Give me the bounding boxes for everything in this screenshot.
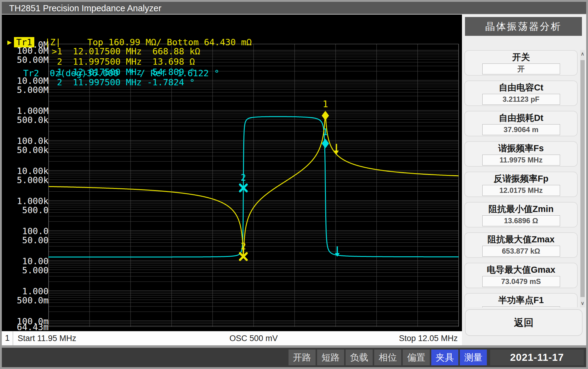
- panel-item-5[interactable]: 阻抗最小值Zmin13.6896 Ω: [464, 202, 578, 227]
- y-axis-tick-label: 10.00: [22, 256, 49, 265]
- y-axis-tick-label: 1.000: [22, 286, 49, 295]
- y-axis-tick-label: 500.0: [22, 205, 49, 214]
- y-axis-tick-label: 1.000k: [17, 196, 49, 205]
- app-window: TH2851 Precision Impedance Analyzer 1212…: [0, 0, 588, 369]
- trace1-header-row: ▶Tr1 |Z| Top 160.99 MΩ/ Bottom 64.430 mΩ: [7, 37, 252, 47]
- bottom-toolbar: 开路短路负载相位偏置夹具测量 2021-11-17 15:53:20: [2, 348, 586, 367]
- panel-item-value: 653.877 kΩ: [482, 246, 560, 257]
- chart-area: 1212 ▶Tr1 |Z| Top 160.99 MΩ/ Bottom 64.4…: [2, 15, 462, 331]
- marker-tr1-1[interactable]: 1: [322, 99, 329, 121]
- osc-level-label[interactable]: OSC 500 mV: [49, 331, 459, 345]
- panel-item-label: 谐振频率Fs: [465, 143, 577, 154]
- toolbar-button-开路[interactable]: 开路: [289, 350, 316, 365]
- panel-item-value: 73.0479 mS: [482, 276, 560, 287]
- panel-item-1[interactable]: 自由电容Ct3.21123 pF: [464, 80, 578, 106]
- svg-text:2: 2: [241, 172, 246, 183]
- toolbar-button-夹具[interactable]: 夹具: [431, 350, 458, 365]
- stop-frequency-label[interactable]: Stop 12.05 MHz: [399, 331, 458, 345]
- marker-tr2-2[interactable]: 2: [240, 172, 247, 191]
- marker-tr1-2[interactable]: 2: [240, 241, 247, 260]
- scroll-down-icon[interactable]: ∨: [580, 300, 585, 307]
- y-axis-tick-label: 500.0k: [17, 115, 49, 124]
- panel-item-8[interactable]: 半功率点F111.9974 MHz: [464, 293, 578, 307]
- panel-item-0[interactable]: 开关开: [464, 50, 578, 76]
- marker-readout-row: 2 11.997500 MHz -1.7824 °: [52, 77, 200, 87]
- svg-text:2: 2: [241, 241, 246, 251]
- marker-readout-row: 1 12.017500 MHz 54.809 °: [52, 67, 200, 77]
- side-panel-item-list: 开关开自由电容Ct3.21123 pF自由损耗Dt37.9064 m谐振频率Fs…: [464, 50, 578, 307]
- return-button[interactable]: 返回: [465, 309, 583, 336]
- toolbar-button-相位[interactable]: 相位: [374, 350, 401, 365]
- panel-item-value: 37.9064 m: [482, 124, 560, 135]
- scrollbar-thumb[interactable]: [580, 60, 585, 297]
- svg-text:1: 1: [323, 127, 328, 137]
- window-title: TH2851 Precision Impedance Analyzer: [9, 3, 161, 13]
- y-axis-tick-label: 50.00: [22, 235, 49, 244]
- clock: 2021-11-17 15:53:20: [490, 350, 584, 365]
- panel-item-value: 3.21123 pF: [482, 94, 560, 105]
- marker-readout-table: >1 12.017500 MHz 668.88 kΩ 2 11.997500 M…: [52, 46, 200, 87]
- panel-item-6[interactable]: 阻抗最大值Zmax653.877 kΩ: [464, 232, 578, 258]
- toolbar-button-短路[interactable]: 短路: [317, 350, 344, 365]
- toolbar-button-group: 开路短路负载相位偏置夹具测量: [289, 350, 488, 365]
- panel-item-label: 阻抗最大值Zmax: [465, 234, 577, 245]
- title-bar: TH2851 Precision Impedance Analyzer: [2, 2, 586, 15]
- panel-item-label: 阻抗最小值Zmin: [465, 203, 577, 215]
- sweep-status-bar: 1 Start 11.95 MHz OSC 500 mV Stop 12.05 …: [2, 331, 462, 345]
- panel-item-label: 电导最大值Gmax: [465, 264, 577, 275]
- y-axis-tick-label: 1.000M: [17, 106, 49, 115]
- panel-item-3[interactable]: 谐振频率Fs11.9975 MHz: [464, 141, 578, 167]
- y-axis-tick-label: 500.0m: [17, 295, 49, 304]
- trace1-scale-text: |Z| Top 160.99 MΩ/ Bottom 64.430 mΩ: [34, 37, 252, 47]
- panel-item-label: 自由损耗Dt: [465, 112, 577, 124]
- marker-readout-row: >1 12.017500 MHz 668.88 kΩ: [52, 46, 200, 56]
- y-axis-tick-label: 64.43m: [17, 322, 49, 331]
- toolbar-button-测量[interactable]: 测量: [460, 350, 487, 365]
- panel-item-4[interactable]: 反谐振频率Fp12.0175 MHz: [464, 172, 578, 197]
- panel-item-label: 自由电容Ct: [465, 82, 577, 93]
- panel-item-value: 开: [482, 63, 560, 74]
- y-axis-tick-label: 100.0: [22, 226, 49, 235]
- panel-item-value: 13.6896 Ω: [482, 215, 560, 226]
- panel-item-label: 半功率点F1: [465, 295, 577, 306]
- y-axis-tick-label: 10.00k: [17, 166, 49, 175]
- panel-item-2[interactable]: 自由损耗Dt37.9064 m: [464, 111, 578, 136]
- side-panel: 晶体振荡器分析 开关开自由电容Ct3.21123 pF自由损耗Dt37.9064…: [462, 15, 586, 345]
- y-axis-tick-label: 5.000k: [17, 175, 49, 184]
- active-trace-arrow-icon: ▶: [7, 37, 12, 47]
- scroll-up-icon[interactable]: ∧: [580, 51, 585, 57]
- y-axis-tick-label: 100.0k: [17, 136, 49, 145]
- panel-item-label: 反谐振频率Fp: [465, 173, 577, 184]
- svg-text:1: 1: [323, 99, 328, 109]
- toolbar-button-偏置[interactable]: 偏置: [403, 350, 430, 365]
- channel-indicator: 1: [2, 331, 13, 345]
- panel-item-value: 11.9975 MHz: [482, 155, 560, 166]
- scrollbar[interactable]: ∧ ∨: [580, 50, 585, 307]
- panel-item-value: 12.0175 MHz: [482, 185, 560, 196]
- panel-item-7[interactable]: 电导最大值Gmax73.0479 mS: [464, 263, 578, 288]
- panel-item-value: 11.9974 MHz: [482, 306, 560, 307]
- trace1-selector[interactable]: Tr1: [14, 37, 34, 47]
- y-axis-tick-label: 5.000: [22, 265, 49, 274]
- marker-readout-row: 2 11.997500 MHz 13.698 Ω: [52, 56, 200, 67]
- toolbar-button-负载[interactable]: 负载: [346, 350, 373, 365]
- y-axis-tick-label: 50.00k: [17, 145, 49, 154]
- panel-item-label: 开关: [465, 52, 577, 63]
- side-panel-title: 晶体振荡器分析: [465, 17, 582, 36]
